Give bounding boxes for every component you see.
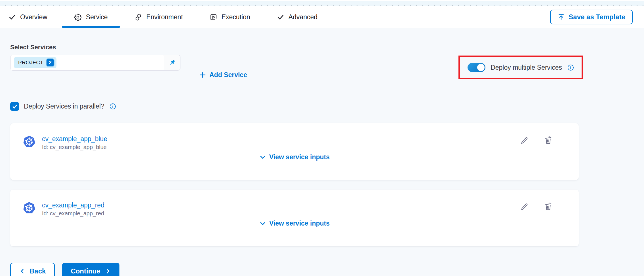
tab-overview[interactable]: Overview [9, 6, 61, 28]
kubernetes-icon [23, 201, 36, 215]
tab-label: Execution [222, 13, 250, 21]
toggle-knob [477, 64, 485, 71]
hexagons-icon [134, 13, 142, 21]
tab-environment[interactable]: Environment [121, 6, 196, 28]
info-icon[interactable] [109, 103, 116, 110]
gear-icon [74, 13, 82, 21]
tab-advanced[interactable]: Advanced [264, 6, 331, 28]
chevron-left-icon [19, 268, 26, 274]
edit-service-button[interactable] [520, 202, 529, 211]
tab-label: Advanced [289, 13, 317, 21]
view-service-inputs-label: View service inputs [269, 220, 330, 227]
card-actions [520, 136, 553, 145]
parallel-checkbox-label: Deploy Services in parallel? [24, 103, 104, 110]
tab-service[interactable]: Service [61, 6, 121, 28]
delete-service-button[interactable] [544, 202, 553, 211]
tab-execution[interactable]: Execution [196, 6, 264, 28]
deploy-multiple-toggle[interactable] [468, 63, 485, 72]
service-card-blue: cv_example_app_blue Id: cv_example_app_b… [10, 123, 579, 180]
add-service-label: Add Service [209, 71, 247, 79]
pencil-icon [520, 202, 529, 211]
tab-label: Overview [20, 13, 47, 21]
chip-count-badge: 2 [46, 58, 54, 67]
pipeline-canvas-dot-strip [0, 0, 644, 6]
service-texts: cv_example_app_blue Id: cv_example_app_b… [42, 135, 107, 150]
deploy-multiple-label: Deploy multiple Services [491, 64, 562, 71]
tab-label: Service [86, 13, 108, 21]
continue-label: Continue [71, 267, 100, 275]
upload-icon [557, 13, 565, 21]
tab-label: Environment [146, 13, 183, 21]
services-multiselect-input[interactable]: PROJECT 2 [10, 55, 180, 71]
kubernetes-icon [23, 135, 36, 148]
check-icon [12, 104, 18, 109]
play-square-icon [210, 13, 217, 21]
parallel-checkbox[interactable] [10, 102, 19, 111]
trash-icon [544, 202, 553, 211]
service-texts: cv_example_app_red Id: cv_example_app_re… [42, 201, 104, 217]
check-icon [277, 13, 284, 21]
service-name-link[interactable]: cv_example_app_blue [42, 135, 107, 143]
save-as-template-button[interactable]: Save as Template [550, 10, 633, 24]
service-id: Id: cv_example_app_red [42, 210, 104, 217]
chip-text: PROJECT [18, 60, 43, 66]
chips-area[interactable]: PROJECT 2 [10, 55, 164, 70]
info-icon[interactable] [567, 64, 574, 71]
chevron-down-icon [259, 154, 266, 161]
project-scope-chip[interactable]: PROJECT 2 [14, 57, 56, 68]
pin-icon [168, 59, 176, 67]
chevron-right-icon [105, 268, 111, 274]
service-id: Id: cv_example_app_blue [42, 144, 107, 150]
continue-button[interactable]: Continue [62, 263, 119, 276]
back-button[interactable]: Back [10, 263, 55, 276]
service-head: cv_example_app_red Id: cv_example_app_re… [23, 201, 566, 217]
service-tab-panel: Select Services PROJECT 2 [0, 28, 644, 276]
trash-icon [544, 136, 553, 145]
view-service-inputs-link[interactable]: View service inputs [10, 220, 579, 227]
edit-service-button[interactable] [520, 136, 529, 145]
service-head: cv_example_app_blue Id: cv_example_app_b… [23, 135, 566, 150]
pin-button[interactable] [164, 55, 180, 70]
check-icon [9, 13, 16, 21]
service-card-red: cv_example_app_red Id: cv_example_app_re… [10, 190, 579, 246]
view-service-inputs-link[interactable]: View service inputs [10, 153, 579, 161]
select-services-label: Select Services [10, 44, 634, 51]
plus-icon [199, 71, 206, 78]
wizard-footer: Back Continue [10, 263, 634, 276]
deploy-multiple-annotation-box: Deploy multiple Services [458, 56, 583, 79]
parallel-checkbox-row: Deploy Services in parallel? [10, 102, 634, 111]
save-as-template-label: Save as Template [569, 13, 625, 21]
chevron-down-icon [259, 220, 266, 227]
view-service-inputs-label: View service inputs [269, 153, 330, 161]
pencil-icon [520, 136, 529, 145]
service-name-link[interactable]: cv_example_app_red [42, 201, 104, 209]
back-label: Back [30, 267, 46, 275]
card-actions [520, 202, 553, 211]
stage-tabbar: Overview Service Environment Execution A… [0, 6, 644, 28]
add-service-button[interactable]: Add Service [199, 71, 247, 79]
delete-service-button[interactable] [544, 136, 553, 145]
